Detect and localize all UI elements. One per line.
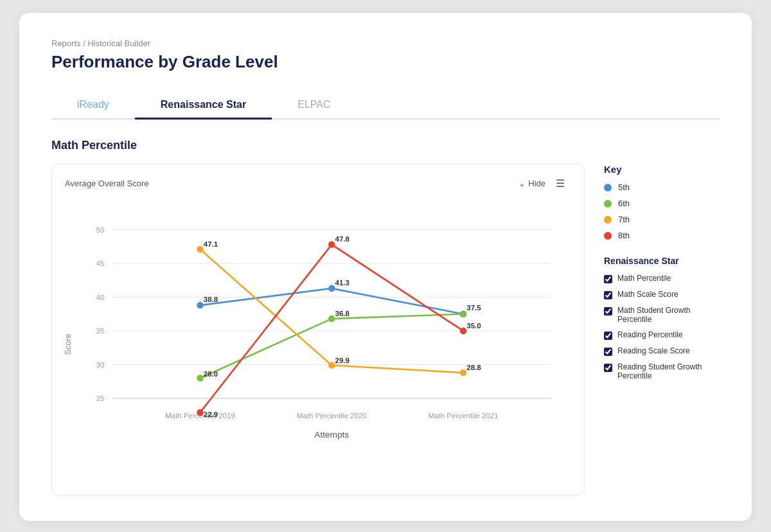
key-label-5th: 5th: [618, 182, 630, 192]
svg-text:37.5: 37.5: [466, 305, 481, 312]
checkbox-reading-percentile-input[interactable]: [604, 332, 612, 340]
tab-renaissance[interactable]: Renaissance Star: [135, 91, 272, 118]
checkbox-math-scale: Math Scale Score: [604, 290, 720, 299]
checkbox-reading-percentile: Reading Percentile: [604, 330, 720, 340]
svg-text:30: 30: [96, 361, 105, 369]
checkbox-math-percentile: Math Percentile: [604, 274, 720, 283]
svg-point-37: [460, 328, 467, 335]
svg-text:47.8: 47.8: [335, 235, 350, 243]
breadcrumb-separator: /: [83, 39, 85, 48]
svg-text:50: 50: [96, 226, 105, 234]
svg-point-26: [460, 311, 467, 318]
checkbox-math-percentile-input[interactable]: [604, 275, 612, 283]
svg-text:45: 45: [96, 260, 105, 267]
key-title: Key: [604, 164, 720, 175]
svg-text:36.8: 36.8: [335, 310, 350, 317]
svg-text:22.9: 22.9: [204, 411, 218, 418]
chart-header: Average Overall Score ⌄ Hide ☰: [58, 177, 571, 190]
svg-text:Score: Score: [64, 334, 73, 355]
checkbox-reading-growth-input[interactable]: [604, 364, 612, 372]
key-label-6th: 6th: [618, 199, 630, 208]
tab-iready[interactable]: iReady: [51, 91, 135, 118]
tab-bar: iReady Renaissance Star ELPAC: [51, 91, 720, 120]
svg-text:47.1: 47.1: [204, 240, 218, 248]
key-item-8th: 8th: [604, 231, 720, 240]
svg-point-31: [460, 369, 467, 377]
key-item-7th: 7th: [604, 215, 720, 224]
checkbox-section-title: Renaissance Star: [604, 256, 720, 266]
checkbox-reading-growth-label: Reading Student Growth Percentile: [617, 362, 720, 380]
key-item-6th: 6th: [604, 199, 720, 208]
key-grade-items: 5th 6th 7th 8th: [604, 182, 720, 240]
key-label-7th: 7th: [618, 215, 630, 224]
hide-button[interactable]: ⌄ Hide: [518, 179, 545, 188]
checkbox-items: Math Percentile Math Scale Score Math St…: [604, 274, 720, 380]
svg-text:Math Percentile 2020: Math Percentile 2020: [297, 412, 367, 420]
svg-point-30: [328, 362, 335, 369]
svg-text:29.9: 29.9: [335, 357, 350, 364]
key-item-5th: 5th: [604, 182, 720, 192]
svg-point-24: [197, 375, 204, 382]
line-chart: Score 50 45 40 35 30 25 Math Perc: [58, 196, 571, 479]
checkbox-math-growth: Math Student Growth Percentile: [604, 306, 720, 324]
chart-avg-label: Average Overall Score: [65, 179, 149, 188]
checkbox-reading-percentile-label: Reading Percentile: [617, 330, 682, 339]
tab-elpac[interactable]: ELPAC: [272, 91, 356, 118]
breadcrumb-reports[interactable]: Reports: [51, 39, 81, 48]
checkbox-reading-growth: Reading Student Growth Percentile: [604, 362, 720, 380]
svg-text:28.8: 28.8: [466, 364, 481, 371]
checkbox-reading-scale-label: Reading Scale Score: [617, 346, 690, 355]
main-card: Reports / Historical Builder Performance…: [19, 13, 752, 521]
dot-7th: [604, 216, 612, 224]
checkbox-reading-scale: Reading Scale Score: [604, 346, 720, 356]
svg-point-35: [197, 409, 204, 416]
svg-text:25: 25: [96, 395, 105, 402]
chevron-down-icon: ⌄: [518, 179, 526, 188]
svg-text:35.0: 35.0: [466, 322, 481, 330]
svg-text:28.0: 28.0: [204, 370, 218, 378]
page-title: Performance by Grade Level: [51, 52, 720, 72]
svg-point-36: [328, 241, 335, 248]
svg-text:40: 40: [96, 294, 105, 301]
checkbox-reading-scale-input[interactable]: [604, 348, 612, 356]
checkbox-math-percentile-label: Math Percentile: [617, 274, 671, 283]
svg-text:38.8: 38.8: [204, 296, 218, 303]
menu-icon[interactable]: ☰: [556, 177, 565, 190]
svg-point-18: [197, 302, 204, 309]
svg-text:Attempts: Attempts: [314, 430, 349, 439]
key-label-8th: 8th: [618, 231, 630, 240]
breadcrumb-section: Historical Builder: [87, 39, 150, 48]
key-panel: Key 5th 6th 7th 8th Ren: [604, 164, 720, 495]
chart-container: Average Overall Score ⌄ Hide ☰ Score 50: [51, 164, 585, 495]
svg-text:Math Percentile 2021: Math Percentile 2021: [429, 412, 499, 420]
svg-text:35: 35: [96, 327, 105, 335]
dot-5th: [604, 184, 612, 191]
svg-point-25: [328, 315, 335, 323]
dot-6th: [604, 200, 612, 208]
svg-point-19: [328, 285, 335, 292]
checkbox-math-growth-input[interactable]: [604, 307, 612, 315]
breadcrumb: Reports / Historical Builder: [51, 39, 720, 48]
section-title: Math Percentile: [51, 139, 720, 152]
svg-text:41.3: 41.3: [335, 279, 350, 287]
chart-area: Average Overall Score ⌄ Hide ☰ Score 50: [51, 164, 720, 495]
svg-point-29: [197, 246, 204, 253]
checkbox-math-scale-input[interactable]: [604, 291, 612, 299]
checkbox-math-scale-label: Math Scale Score: [617, 290, 678, 299]
checkbox-math-growth-label: Math Student Growth Percentile: [617, 306, 720, 324]
dot-8th: [604, 232, 612, 240]
